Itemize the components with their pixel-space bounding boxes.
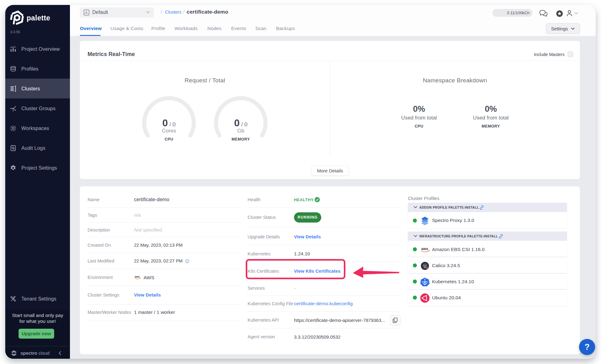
- svg-text:aws: aws: [135, 275, 140, 278]
- svg-text:aws: aws: [421, 247, 428, 251]
